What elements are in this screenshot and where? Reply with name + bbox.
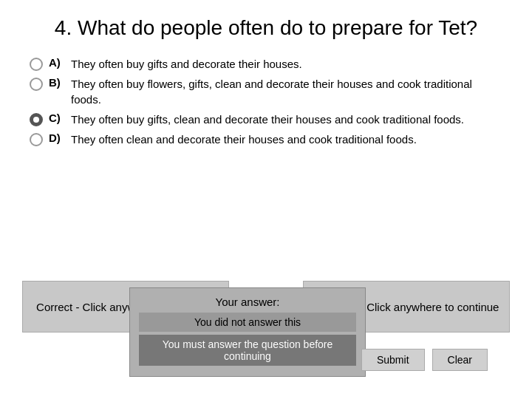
answer-text-a: They often buy gifts and decorate their …	[71, 56, 302, 72]
clear-button[interactable]: Clear	[432, 349, 488, 371]
radio-b[interactable]	[30, 78, 43, 91]
answers-container: A) They often buy gifts and decorate the…	[0, 52, 532, 159]
answer-row-b[interactable]: B) They often buy flowers, gifts, clean …	[30, 76, 502, 107]
answer-row-d[interactable]: D) They often clean and decorate their h…	[30, 132, 502, 147]
radio-c-inner	[33, 117, 39, 123]
answer-text-b: They often buy flowers, gifts, clean and…	[71, 76, 502, 107]
submit-button[interactable]: Submit	[361, 349, 425, 371]
answer-label-d: D)	[49, 132, 65, 144]
your-answer-box: Your answer: You did not answer this You…	[129, 287, 366, 377]
answer-label-a: A)	[49, 56, 65, 69]
question-title: 4. What do people often do to prepare fo…	[0, 0, 532, 52]
did-not-answer-text: You did not answer this	[139, 313, 356, 332]
action-buttons: Submit Clear	[361, 349, 488, 371]
radio-c[interactable]	[30, 113, 43, 126]
radio-a[interactable]	[30, 58, 43, 71]
answer-label-c: C)	[49, 112, 65, 124]
answer-text-d: They often clean and decorate their hous…	[71, 132, 417, 147]
answer-text-c: They often buy gifts, clean and decorate…	[71, 112, 464, 127]
answer-label-b: B)	[49, 76, 65, 89]
must-answer-text: You must answer the question before cont…	[139, 335, 356, 366]
answer-row-c[interactable]: C) They often buy gifts, clean and decor…	[30, 112, 502, 127]
bottom-area: Correct - Click anywhere to continue Inc…	[0, 251, 532, 399]
answer-row-a[interactable]: A) They often buy gifts and decorate the…	[30, 56, 502, 72]
radio-d[interactable]	[30, 133, 43, 146]
your-answer-title: Your answer:	[139, 296, 356, 308]
